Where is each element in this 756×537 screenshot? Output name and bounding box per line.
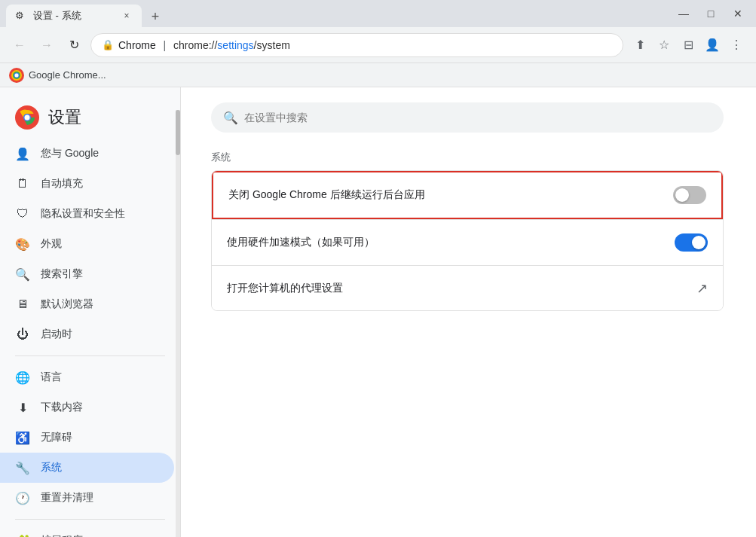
sidebar-item-reset[interactable]: 🕐 重置并清理 — [0, 483, 174, 513]
sidebar-label-system: 系统 — [41, 461, 62, 474]
url-path-prefix: chrome:// — [173, 39, 217, 51]
lock-icon: 🔒 — [102, 39, 114, 50]
background-apps-toggle[interactable] — [673, 186, 706, 204]
minimize-button[interactable]: — — [672, 3, 696, 24]
sidebar-label-extensions: 扩展程序 — [41, 534, 83, 537]
privacy-icon: 🛡 — [15, 206, 30, 221]
sidebar-label-downloads: 下载内容 — [41, 401, 83, 414]
sidebar-label-reset: 重置并清理 — [41, 491, 93, 505]
sidebar-item-accessibility[interactable]: ♿ 无障碍 — [0, 423, 174, 453]
scroll-track — [176, 110, 180, 537]
url-bar[interactable]: 🔒 Chrome | chrome://settings/system — [90, 33, 623, 57]
extensions-icon: 🧩 — [15, 533, 30, 537]
profile-icon: 👤 — [705, 38, 720, 52]
scroll-thumb — [176, 110, 180, 155]
sidebar-label-accessibility: 无障碍 — [41, 431, 72, 444]
section-title: 系统 — [211, 151, 726, 164]
proxy-settings-row: 打开您计算机的代理设置 ↗ — [212, 265, 723, 310]
svg-point-7 — [25, 115, 30, 121]
tab-search-icon: ⊟ — [684, 38, 693, 52]
profile-button[interactable]: 👤 — [702, 35, 723, 56]
sidebar-label-search: 搜索引擎 — [41, 267, 83, 281]
background-apps-label: 关闭 Google Chrome 后继续运行后台应用 — [228, 188, 673, 202]
downloads-icon: ⬇ — [15, 400, 30, 415]
bookmark-icon: ☆ — [659, 38, 669, 52]
active-tab[interactable]: ⚙ 设置 - 系统 × — [6, 5, 142, 27]
browser-content: 设置 👤 您与 Google 🗒 自动填充 🛡 隐私设置和安全性 🎨 外观 🔍 … — [0, 87, 756, 537]
sidebar-header: 设置 — [0, 87, 180, 139]
back-icon: ← — [14, 38, 26, 52]
hardware-acceleration-slider — [675, 233, 708, 252]
url-settings: settings — [217, 39, 253, 51]
share-icon: ⬆ — [635, 38, 645, 52]
back-button[interactable]: ← — [9, 35, 30, 56]
sidebar-item-system[interactable]: 🔧 系统 — [0, 453, 174, 483]
url-brand: Chrome — [118, 39, 156, 51]
url-path-rest: /system — [254, 39, 290, 51]
tab-close-button[interactable]: × — [121, 10, 133, 22]
hardware-acceleration-toggle[interactable] — [675, 233, 708, 252]
settings-card: 关闭 Google Chrome 后继续运行后台应用 使用硬件加速模式（如果可用… — [211, 170, 724, 311]
tab-favicon: ⚙ — [15, 10, 27, 22]
main-content: 🔍 系统 关闭 Google Chrome 后继续运行后台应用 使用硬件加速模式… — [181, 87, 756, 537]
hardware-acceleration-label: 使用硬件加速模式（如果可用） — [227, 236, 675, 249]
sidebar-item-autofill[interactable]: 🗒 自动填充 — [0, 169, 174, 199]
sidebar: 设置 👤 您与 Google 🗒 自动填充 🛡 隐私设置和安全性 🎨 外观 🔍 … — [0, 87, 181, 537]
background-apps-row: 关闭 Google Chrome 后继续运行后台应用 — [212, 171, 723, 219]
url-display: Chrome | chrome://settings/system — [118, 39, 612, 51]
proxy-settings-label: 打开您计算机的代理设置 — [227, 282, 696, 295]
bookmark-button[interactable]: ☆ — [653, 35, 675, 56]
title-bar: ⚙ 设置 - 系统 × + — □ ✕ — [0, 0, 756, 27]
search-bar[interactable]: 🔍 — [211, 102, 724, 133]
sidebar-item-downloads[interactable]: ⬇ 下载内容 — [0, 392, 174, 423]
toolbar-right: ⬆ ☆ ⊟ 👤 ⋮ — [629, 35, 747, 56]
nav-divider-2 — [15, 519, 165, 520]
window-controls: — □ ✕ — [672, 3, 750, 24]
url-separator: | — [161, 39, 169, 51]
tab-strip: ⚙ 设置 - 系统 × + — [6, 0, 666, 27]
sidebar-item-search[interactable]: 🔍 搜索引擎 — [0, 259, 174, 289]
svg-point-4 — [15, 73, 19, 77]
sidebar-scrollbar[interactable] — [176, 87, 180, 537]
menu-icon: ⋮ — [730, 38, 742, 52]
close-button[interactable]: ✕ — [726, 3, 750, 24]
sidebar-item-extensions[interactable]: 🧩 扩展程序 ↗ — [0, 526, 174, 537]
browser-icon: 🖥 — [15, 297, 30, 312]
sidebar-title: 设置 — [48, 106, 81, 129]
google-icon: 👤 — [15, 146, 30, 161]
bookmark-label[interactable]: Google Chrome... — [29, 69, 106, 81]
sidebar-label-language: 语言 — [41, 371, 62, 384]
autofill-icon: 🗒 — [15, 176, 30, 191]
forward-icon: → — [41, 38, 53, 52]
maximize-button[interactable]: □ — [699, 3, 723, 24]
sidebar-item-language[interactable]: 🌐 语言 — [0, 362, 174, 392]
sidebar-item-privacy[interactable]: 🛡 隐私设置和安全性 — [0, 199, 174, 229]
forward-button[interactable]: → — [36, 35, 57, 56]
menu-button[interactable]: ⋮ — [726, 35, 747, 56]
address-bar: ← → ↻ 🔒 Chrome | chrome://settings/syste… — [0, 27, 756, 63]
refresh-button[interactable]: ↻ — [63, 35, 84, 56]
hardware-acceleration-row: 使用硬件加速模式（如果可用） — [212, 219, 723, 265]
tab-search-button[interactable]: ⊟ — [678, 35, 699, 56]
sidebar-label-browser: 默认浏览器 — [41, 297, 93, 311]
sidebar-item-startup[interactable]: ⏻ 启动时 — [0, 319, 174, 349]
reset-icon: 🕐 — [15, 490, 30, 505]
tab-label: 设置 - 系统 — [33, 9, 81, 23]
chrome-logo-small — [9, 68, 24, 83]
share-button[interactable]: ⬆ — [629, 35, 650, 56]
chrome-logo-large — [15, 105, 39, 130]
language-icon: 🌐 — [15, 370, 30, 385]
refresh-icon: ↻ — [69, 38, 79, 52]
proxy-settings-external-link-icon[interactable]: ↗ — [696, 280, 708, 297]
accessibility-icon: ♿ — [15, 430, 30, 445]
search-nav-icon: 🔍 — [15, 267, 30, 282]
nav-divider — [15, 355, 165, 356]
sidebar-item-google[interactable]: 👤 您与 Google — [0, 139, 174, 169]
sidebar-item-appearance[interactable]: 🎨 外观 — [0, 229, 174, 259]
new-tab-button[interactable]: + — [145, 6, 166, 27]
sidebar-label-google: 您与 Google — [41, 147, 99, 160]
sidebar-item-browser[interactable]: 🖥 默认浏览器 — [0, 289, 174, 319]
search-input[interactable] — [244, 111, 712, 124]
background-apps-slider — [673, 186, 706, 204]
sidebar-label-autofill: 自动填充 — [41, 177, 83, 191]
